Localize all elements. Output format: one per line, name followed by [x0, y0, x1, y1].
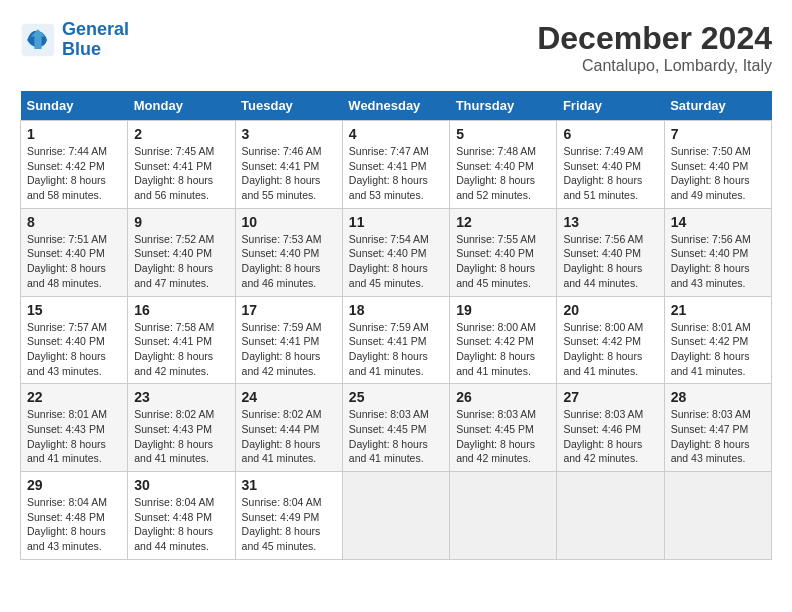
- calendar-cell: 8Sunrise: 7:51 AMSunset: 4:40 PMDaylight…: [21, 208, 128, 296]
- day-info: Sunrise: 7:51 AMSunset: 4:40 PMDaylight:…: [27, 232, 121, 291]
- day-number: 28: [671, 389, 765, 405]
- day-info: Sunrise: 7:44 AMSunset: 4:42 PMDaylight:…: [27, 144, 121, 203]
- day-number: 12: [456, 214, 550, 230]
- day-number: 6: [563, 126, 657, 142]
- weekday-header-sunday: Sunday: [21, 91, 128, 121]
- weekday-header-tuesday: Tuesday: [235, 91, 342, 121]
- logo-icon: [20, 22, 56, 58]
- day-number: 15: [27, 302, 121, 318]
- day-number: 23: [134, 389, 228, 405]
- calendar-cell: [664, 472, 771, 560]
- weekday-header-saturday: Saturday: [664, 91, 771, 121]
- calendar-cell: 11Sunrise: 7:54 AMSunset: 4:40 PMDayligh…: [342, 208, 449, 296]
- day-number: 18: [349, 302, 443, 318]
- calendar-cell: 10Sunrise: 7:53 AMSunset: 4:40 PMDayligh…: [235, 208, 342, 296]
- calendar-week-row: 1Sunrise: 7:44 AMSunset: 4:42 PMDaylight…: [21, 121, 772, 209]
- page-subtitle: Cantalupo, Lombardy, Italy: [537, 57, 772, 75]
- day-info: Sunrise: 8:02 AMSunset: 4:43 PMDaylight:…: [134, 407, 228, 466]
- day-info: Sunrise: 7:55 AMSunset: 4:40 PMDaylight:…: [456, 232, 550, 291]
- day-number: 24: [242, 389, 336, 405]
- day-number: 9: [134, 214, 228, 230]
- day-info: Sunrise: 8:03 AMSunset: 4:45 PMDaylight:…: [456, 407, 550, 466]
- calendar-cell: 7Sunrise: 7:50 AMSunset: 4:40 PMDaylight…: [664, 121, 771, 209]
- calendar-cell: 14Sunrise: 7:56 AMSunset: 4:40 PMDayligh…: [664, 208, 771, 296]
- calendar-cell: 17Sunrise: 7:59 AMSunset: 4:41 PMDayligh…: [235, 296, 342, 384]
- day-number: 13: [563, 214, 657, 230]
- weekday-header-friday: Friday: [557, 91, 664, 121]
- calendar-cell: 27Sunrise: 8:03 AMSunset: 4:46 PMDayligh…: [557, 384, 664, 472]
- day-number: 4: [349, 126, 443, 142]
- day-number: 5: [456, 126, 550, 142]
- calendar-cell: 18Sunrise: 7:59 AMSunset: 4:41 PMDayligh…: [342, 296, 449, 384]
- day-number: 25: [349, 389, 443, 405]
- calendar-cell: 20Sunrise: 8:00 AMSunset: 4:42 PMDayligh…: [557, 296, 664, 384]
- weekday-header-row: SundayMondayTuesdayWednesdayThursdayFrid…: [21, 91, 772, 121]
- day-info: Sunrise: 8:01 AMSunset: 4:43 PMDaylight:…: [27, 407, 121, 466]
- day-info: Sunrise: 8:04 AMSunset: 4:48 PMDaylight:…: [27, 495, 121, 554]
- day-info: Sunrise: 7:54 AMSunset: 4:40 PMDaylight:…: [349, 232, 443, 291]
- calendar-cell: 29Sunrise: 8:04 AMSunset: 4:48 PMDayligh…: [21, 472, 128, 560]
- calendar-cell: 19Sunrise: 8:00 AMSunset: 4:42 PMDayligh…: [450, 296, 557, 384]
- calendar-cell: 31Sunrise: 8:04 AMSunset: 4:49 PMDayligh…: [235, 472, 342, 560]
- day-info: Sunrise: 7:56 AMSunset: 4:40 PMDaylight:…: [563, 232, 657, 291]
- calendar-cell: 25Sunrise: 8:03 AMSunset: 4:45 PMDayligh…: [342, 384, 449, 472]
- calendar-cell: 6Sunrise: 7:49 AMSunset: 4:40 PMDaylight…: [557, 121, 664, 209]
- day-info: Sunrise: 8:04 AMSunset: 4:49 PMDaylight:…: [242, 495, 336, 554]
- calendar-cell: 26Sunrise: 8:03 AMSunset: 4:45 PMDayligh…: [450, 384, 557, 472]
- day-info: Sunrise: 7:50 AMSunset: 4:40 PMDaylight:…: [671, 144, 765, 203]
- weekday-header-monday: Monday: [128, 91, 235, 121]
- day-number: 14: [671, 214, 765, 230]
- day-info: Sunrise: 7:59 AMSunset: 4:41 PMDaylight:…: [242, 320, 336, 379]
- day-info: Sunrise: 7:56 AMSunset: 4:40 PMDaylight:…: [671, 232, 765, 291]
- day-info: Sunrise: 8:00 AMSunset: 4:42 PMDaylight:…: [563, 320, 657, 379]
- weekday-header-wednesday: Wednesday: [342, 91, 449, 121]
- calendar-cell: [342, 472, 449, 560]
- day-number: 31: [242, 477, 336, 493]
- day-number: 1: [27, 126, 121, 142]
- page-title: December 2024: [537, 20, 772, 57]
- calendar-cell: 2Sunrise: 7:45 AMSunset: 4:41 PMDaylight…: [128, 121, 235, 209]
- day-number: 2: [134, 126, 228, 142]
- day-number: 30: [134, 477, 228, 493]
- day-info: Sunrise: 8:03 AMSunset: 4:47 PMDaylight:…: [671, 407, 765, 466]
- calendar-week-row: 22Sunrise: 8:01 AMSunset: 4:43 PMDayligh…: [21, 384, 772, 472]
- day-info: Sunrise: 7:58 AMSunset: 4:41 PMDaylight:…: [134, 320, 228, 379]
- calendar-cell: 24Sunrise: 8:02 AMSunset: 4:44 PMDayligh…: [235, 384, 342, 472]
- day-info: Sunrise: 7:53 AMSunset: 4:40 PMDaylight:…: [242, 232, 336, 291]
- calendar-cell: 21Sunrise: 8:01 AMSunset: 4:42 PMDayligh…: [664, 296, 771, 384]
- day-number: 22: [27, 389, 121, 405]
- calendar-cell: [557, 472, 664, 560]
- logo: General Blue: [20, 20, 129, 60]
- day-number: 7: [671, 126, 765, 142]
- day-number: 29: [27, 477, 121, 493]
- calendar-week-row: 29Sunrise: 8:04 AMSunset: 4:48 PMDayligh…: [21, 472, 772, 560]
- day-info: Sunrise: 7:45 AMSunset: 4:41 PMDaylight:…: [134, 144, 228, 203]
- calendar-cell: 15Sunrise: 7:57 AMSunset: 4:40 PMDayligh…: [21, 296, 128, 384]
- day-info: Sunrise: 7:47 AMSunset: 4:41 PMDaylight:…: [349, 144, 443, 203]
- calendar-cell: 9Sunrise: 7:52 AMSunset: 4:40 PMDaylight…: [128, 208, 235, 296]
- calendar-cell: [450, 472, 557, 560]
- title-block: December 2024 Cantalupo, Lombardy, Italy: [537, 20, 772, 75]
- day-info: Sunrise: 8:00 AMSunset: 4:42 PMDaylight:…: [456, 320, 550, 379]
- calendar-cell: 13Sunrise: 7:56 AMSunset: 4:40 PMDayligh…: [557, 208, 664, 296]
- calendar-table: SundayMondayTuesdayWednesdayThursdayFrid…: [20, 91, 772, 560]
- day-number: 21: [671, 302, 765, 318]
- calendar-cell: 4Sunrise: 7:47 AMSunset: 4:41 PMDaylight…: [342, 121, 449, 209]
- day-info: Sunrise: 8:01 AMSunset: 4:42 PMDaylight:…: [671, 320, 765, 379]
- day-number: 16: [134, 302, 228, 318]
- day-info: Sunrise: 8:04 AMSunset: 4:48 PMDaylight:…: [134, 495, 228, 554]
- day-number: 27: [563, 389, 657, 405]
- day-info: Sunrise: 7:52 AMSunset: 4:40 PMDaylight:…: [134, 232, 228, 291]
- day-number: 20: [563, 302, 657, 318]
- calendar-cell: 22Sunrise: 8:01 AMSunset: 4:43 PMDayligh…: [21, 384, 128, 472]
- calendar-cell: 5Sunrise: 7:48 AMSunset: 4:40 PMDaylight…: [450, 121, 557, 209]
- day-info: Sunrise: 7:49 AMSunset: 4:40 PMDaylight:…: [563, 144, 657, 203]
- day-info: Sunrise: 7:46 AMSunset: 4:41 PMDaylight:…: [242, 144, 336, 203]
- page-header: General Blue December 2024 Cantalupo, Lo…: [20, 20, 772, 75]
- day-info: Sunrise: 8:03 AMSunset: 4:45 PMDaylight:…: [349, 407, 443, 466]
- day-number: 26: [456, 389, 550, 405]
- day-number: 8: [27, 214, 121, 230]
- day-info: Sunrise: 7:48 AMSunset: 4:40 PMDaylight:…: [456, 144, 550, 203]
- weekday-header-thursday: Thursday: [450, 91, 557, 121]
- calendar-cell: 23Sunrise: 8:02 AMSunset: 4:43 PMDayligh…: [128, 384, 235, 472]
